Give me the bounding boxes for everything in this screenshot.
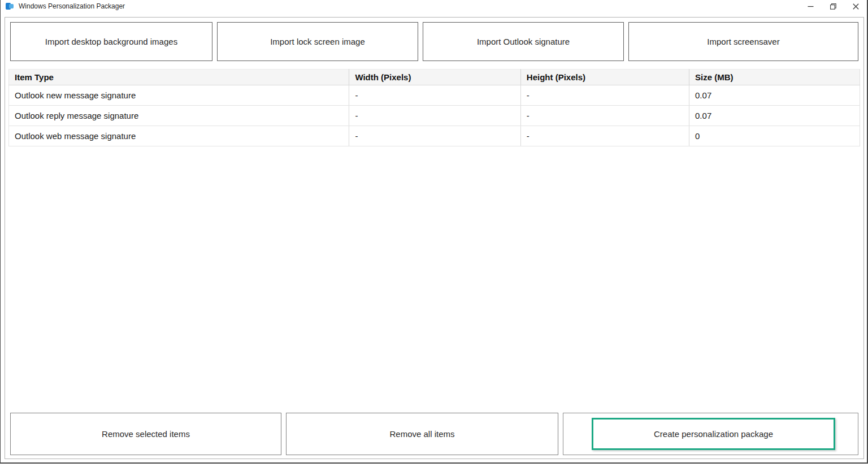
cell-height: - bbox=[520, 85, 689, 106]
items-table: Item Type Width (Pixels) Height (Pixels)… bbox=[8, 69, 860, 146]
cell-size: 0.07 bbox=[689, 85, 860, 106]
restore-icon bbox=[830, 3, 836, 10]
close-button[interactable] bbox=[844, 0, 867, 12]
import-lock-screen-button[interactable]: Import lock screen image bbox=[217, 22, 418, 61]
empty-list-area bbox=[8, 146, 860, 413]
column-header-width[interactable]: Width (Pixels) bbox=[349, 70, 520, 85]
action-button-row: Remove selected items Remove all items C… bbox=[10, 413, 858, 455]
window-title: Windows Personalization Packager bbox=[19, 2, 125, 10]
minimize-icon bbox=[808, 3, 814, 10]
cell-item-type: Outlook web message signature bbox=[9, 126, 349, 146]
column-header-height[interactable]: Height (Pixels) bbox=[520, 70, 689, 85]
create-package-container: Create personalization package bbox=[563, 413, 858, 455]
remove-all-items-button[interactable]: Remove all items bbox=[286, 413, 558, 455]
column-header-size[interactable]: Size (MB) bbox=[689, 70, 860, 85]
import-outlook-signature-button[interactable]: Import Outlook signature bbox=[423, 22, 624, 61]
column-header-item-type[interactable]: Item Type bbox=[9, 70, 349, 85]
main-panel: Import desktop background images Import … bbox=[5, 17, 864, 459]
cell-item-type: Outlook reply message signature bbox=[9, 106, 349, 126]
close-icon bbox=[853, 3, 859, 10]
cell-size: 0 bbox=[689, 126, 860, 146]
cell-width: - bbox=[349, 106, 520, 126]
table-row[interactable]: Outlook web message signature - - 0 bbox=[9, 126, 860, 146]
table-row[interactable]: Outlook new message signature - - 0.07 bbox=[9, 85, 860, 106]
title-bar: Windows Personalization Packager bbox=[1, 0, 867, 12]
cell-width: - bbox=[349, 126, 520, 146]
app-window: Windows Personalization Packager bbox=[0, 0, 868, 464]
import-screensaver-button[interactable]: Import screensaver bbox=[628, 22, 858, 61]
table-row[interactable]: Outlook reply message signature - - 0.07 bbox=[9, 106, 860, 126]
cell-item-type: Outlook new message signature bbox=[9, 85, 349, 106]
import-desktop-background-button[interactable]: Import desktop background images bbox=[10, 22, 212, 61]
cell-size: 0.07 bbox=[689, 106, 860, 126]
app-icon bbox=[6, 2, 14, 10]
create-personalization-package-button[interactable]: Create personalization package bbox=[592, 418, 835, 450]
minimize-button[interactable] bbox=[799, 0, 822, 12]
import-button-row: Import desktop background images Import … bbox=[10, 22, 858, 61]
cell-height: - bbox=[520, 126, 689, 146]
table-header-row: Item Type Width (Pixels) Height (Pixels)… bbox=[9, 70, 860, 85]
remove-selected-items-button[interactable]: Remove selected items bbox=[10, 413, 281, 455]
restore-button[interactable] bbox=[822, 0, 844, 12]
cell-width: - bbox=[349, 85, 520, 106]
window-controls bbox=[799, 0, 867, 12]
screenshot-stage: Windows Personalization Packager bbox=[0, 0, 868, 467]
cell-height: - bbox=[520, 106, 689, 126]
